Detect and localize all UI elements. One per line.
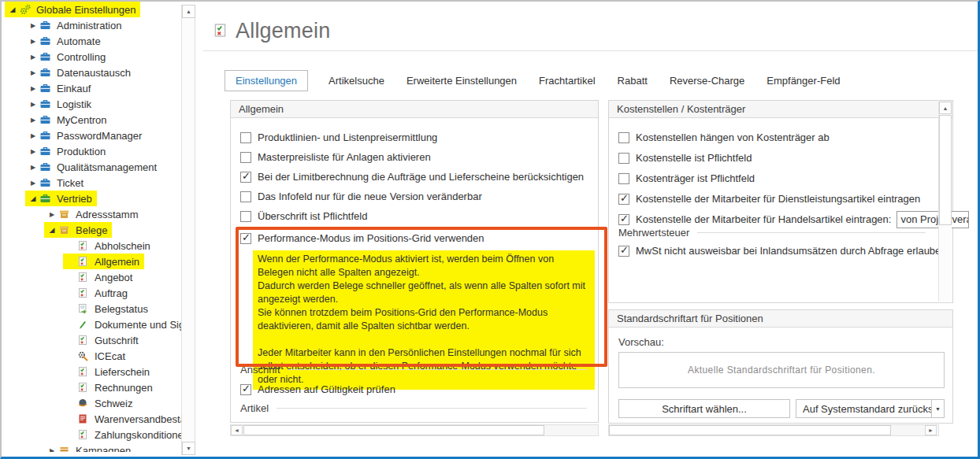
expanded-arrow-icon[interactable]: ◢ bbox=[27, 194, 39, 202]
tree-item-dokumente-und-sig[interactable]: Dokumente und Sig... bbox=[2, 316, 200, 332]
checkbox-row-kostenstellen-hängen-von-kostenträger-ab[interactable]: Kostenstellen hängen von Kostenträger ab bbox=[618, 131, 969, 144]
right-panel-hscrollbar[interactable] bbox=[608, 424, 939, 436]
checkbox-unchecked[interactable] bbox=[240, 132, 251, 143]
tab-reverse-charge[interactable]: Reverse-Charge bbox=[668, 71, 746, 91]
tree-item-belege[interactable]: ◢Belege bbox=[2, 222, 200, 238]
tree-item-administration[interactable]: ▶Administration bbox=[2, 17, 200, 33]
checkbox-row-adressen-auf-gültigkeit-prüfen[interactable]: Adressen auf Gültigkeit prüfen bbox=[240, 383, 395, 396]
tree-item-globale-einstellungen[interactable]: ◢Globale Einstellungen bbox=[2, 2, 200, 17]
vscroll-up-icon[interactable] bbox=[939, 102, 952, 114]
tree-item-kampagnen[interactable]: ▶Kampagnen bbox=[2, 442, 200, 452]
expanded-arrow-icon[interactable]: ◢ bbox=[46, 226, 58, 234]
tree-scrollbar-track[interactable] bbox=[181, 5, 195, 455]
checkbox-row-masterpreisliste-für-anlagen-aktivieren[interactable]: Masterpreisliste für Anlagen aktivieren bbox=[240, 150, 584, 164]
checkbox-row-kostenträger-ist-pflichtfeld[interactable]: Kostenträger ist Pflichtfeld bbox=[618, 172, 969, 185]
collapsed-arrow-icon[interactable]: ▶ bbox=[27, 22, 39, 29]
hscroll-thumb[interactable] bbox=[243, 425, 544, 435]
hscroll-left-icon[interactable] bbox=[231, 425, 243, 435]
tree-item-rechnungen[interactable]: Rechnungen bbox=[2, 379, 200, 395]
tab-artikelsuche[interactable]: Artikelsuche bbox=[327, 71, 386, 91]
checkbox-row-mwst-nicht-ausweisbar-bei-inlandsumsätze[interactable]: MwSt nicht ausweisbar bei Inlandsumsätze… bbox=[618, 244, 947, 257]
doc-check-icon bbox=[213, 22, 228, 41]
tree-scroll-down-icon[interactable] bbox=[182, 442, 195, 455]
collapsed-arrow-icon[interactable]: ▶ bbox=[27, 69, 39, 76]
collapsed-arrow-icon[interactable]: ▶ bbox=[27, 148, 39, 155]
checkbox-checked[interactable] bbox=[618, 194, 629, 205]
collapsed-arrow-icon[interactable]: ▶ bbox=[27, 54, 39, 61]
tree-item-belegstatus[interactable]: Belegstatus bbox=[2, 301, 200, 316]
tab-empfänger-feld[interactable]: Empfänger-Feld bbox=[765, 71, 841, 91]
reset-font-dropdown-button[interactable] bbox=[931, 399, 945, 418]
collapsed-arrow-icon[interactable]: ▶ bbox=[27, 117, 39, 124]
collapsed-arrow-icon[interactable]: ▶ bbox=[27, 164, 39, 171]
tree-item-abholschein[interactable]: Abholschein bbox=[2, 238, 200, 254]
hscroll-right-icon[interactable] bbox=[925, 425, 937, 435]
tab-rabatt[interactable]: Rabatt bbox=[616, 71, 649, 91]
tree-item-zahlungskonditionen[interactable]: Zahlungskonditionen bbox=[2, 427, 200, 442]
collapsed-arrow-icon[interactable]: ▶ bbox=[46, 211, 58, 218]
checkbox-row-produktlinien-und-listenpreisermittlung[interactable]: Produktlinien- und Listenpreisermittlung bbox=[240, 131, 584, 144]
tab-einstellungen[interactable]: Einstellungen bbox=[225, 70, 308, 91]
checkbox-row-performance-modus-im-positions-grid-verw[interactable]: Performance-Modus im Positions-Grid verw… bbox=[240, 231, 484, 245]
collapsed-arrow-icon[interactable]: ▶ bbox=[27, 180, 39, 187]
tree-item-mycentron[interactable]: ▶MyCentron bbox=[2, 112, 200, 128]
doc-red-icon bbox=[77, 413, 91, 424]
expanded-arrow-icon[interactable]: ◢ bbox=[6, 6, 19, 13]
checkbox-unchecked[interactable] bbox=[618, 173, 629, 184]
tree-item-vertrieb[interactable]: ◢Vertrieb bbox=[2, 191, 200, 206]
checkbox-row-kostenstelle-der-mitarbeiter-für-handels[interactable]: Kostenstelle der Mitarbeiter für Handels… bbox=[618, 213, 969, 226]
tree-item-angebot[interactable]: Angebot bbox=[2, 269, 200, 285]
checkbox-checked[interactable] bbox=[240, 384, 251, 395]
checkbox-checked[interactable] bbox=[240, 233, 251, 244]
tab-erweiterte-einstellungen[interactable]: Erweiterte Einstellungen bbox=[405, 71, 518, 91]
tree-item-lieferschein[interactable]: Lieferschein bbox=[2, 364, 200, 379]
tree-item-produktion[interactable]: ▶Produktion bbox=[2, 143, 200, 159]
checkbox-unchecked[interactable] bbox=[240, 152, 251, 163]
tree-item-ticket[interactable]: ▶Ticket bbox=[2, 175, 200, 191]
checkbox-checked[interactable] bbox=[618, 246, 629, 257]
reset-font-button[interactable]: Auf Systemstandard zurücksetzen bbox=[796, 399, 932, 418]
tree-item-gutschrift[interactable]: Gutschrift bbox=[2, 332, 200, 348]
tree-item-allgemein[interactable]: Allgemein bbox=[2, 254, 200, 269]
tree-item-auftrag[interactable]: Auftrag bbox=[2, 285, 200, 301]
checkbox-row-kostenstelle-der-mitarbeiter-für-dienstl[interactable]: Kostenstelle der Mitarbeiter für Dienstl… bbox=[618, 192, 969, 205]
collapsed-arrow-icon[interactable]: ▶ bbox=[27, 38, 39, 45]
doc-check-icon bbox=[77, 256, 91, 267]
choose-font-button[interactable]: Schriftart wählen... bbox=[618, 399, 790, 418]
checkbox-row-das-infofeld-nur-für-die-neue-version-ve[interactable]: Das Infofeld nur für die neue Version ve… bbox=[240, 190, 584, 203]
tree-item-label: Automate bbox=[54, 35, 101, 47]
collapsed-arrow-icon[interactable]: ▶ bbox=[27, 85, 39, 92]
tree-item-label: ICEcat bbox=[91, 350, 125, 362]
tree-item-icecat[interactable]: ICEcat bbox=[2, 348, 200, 364]
tree-item-warenversandbestä[interactable]: Warenversandbestä... bbox=[2, 411, 200, 427]
collapsed-arrow-icon[interactable]: ▶ bbox=[46, 447, 58, 453]
right-panel-vscrollbar[interactable] bbox=[938, 102, 952, 302]
tree-item-schweiz[interactable]: Schweiz bbox=[2, 395, 200, 411]
hscroll-thumb[interactable] bbox=[609, 425, 891, 435]
checkbox-unchecked[interactable] bbox=[240, 191, 251, 202]
checkbox-checked[interactable] bbox=[618, 214, 629, 225]
tab-frachtartikel[interactable]: Frachtartikel bbox=[537, 71, 597, 91]
tree-item-datenaustausch[interactable]: ▶Datenaustausch bbox=[2, 65, 200, 80]
tree-item-qualitätsmanagement[interactable]: ▶Qualitätsmanagement bbox=[2, 159, 200, 175]
tree-item-passwordmanager[interactable]: ▶PasswordManager bbox=[2, 128, 200, 143]
checkbox-row-bei-der-limitberechnung-die-aufträge-und[interactable]: Bei der Limitberechnung die Aufträge und… bbox=[240, 170, 584, 183]
vscroll-thumb[interactable] bbox=[939, 115, 952, 225]
collapsed-arrow-icon[interactable]: ▶ bbox=[27, 101, 39, 108]
handelsartikel-dropdown[interactable]: von Projektveran bbox=[896, 211, 969, 228]
group-kostenstellen-title: Kostenstellen / Kostenträger bbox=[617, 103, 745, 115]
checkbox-row-kostenstelle-ist-pflichtfeld[interactable]: Kostenstelle ist Pflichtfeld bbox=[618, 151, 969, 165]
tree-item-logistik[interactable]: ▶Logistik bbox=[2, 96, 200, 112]
collapsed-arrow-icon[interactable]: ▶ bbox=[27, 132, 39, 139]
checkbox-unchecked[interactable] bbox=[618, 153, 629, 164]
checkbox-row-überschrift-ist-pflichtfeld[interactable]: Überschrift ist Pflichtfeld bbox=[240, 209, 584, 223]
checkbox-unchecked[interactable] bbox=[618, 132, 629, 143]
tree-item-controlling[interactable]: ▶Controlling bbox=[2, 49, 200, 65]
tree-item-einkauf[interactable]: ▶Einkauf bbox=[2, 80, 200, 96]
tree-scroll-up-icon[interactable] bbox=[182, 5, 195, 18]
tree-item-automate[interactable]: ▶Automate bbox=[2, 33, 200, 49]
checkbox-checked[interactable] bbox=[240, 172, 251, 183]
tree-item-adressstamm[interactable]: ▶Adressstamm bbox=[2, 206, 200, 222]
left-panel-hscrollbar[interactable] bbox=[230, 424, 599, 436]
checkbox-unchecked[interactable] bbox=[240, 211, 251, 222]
